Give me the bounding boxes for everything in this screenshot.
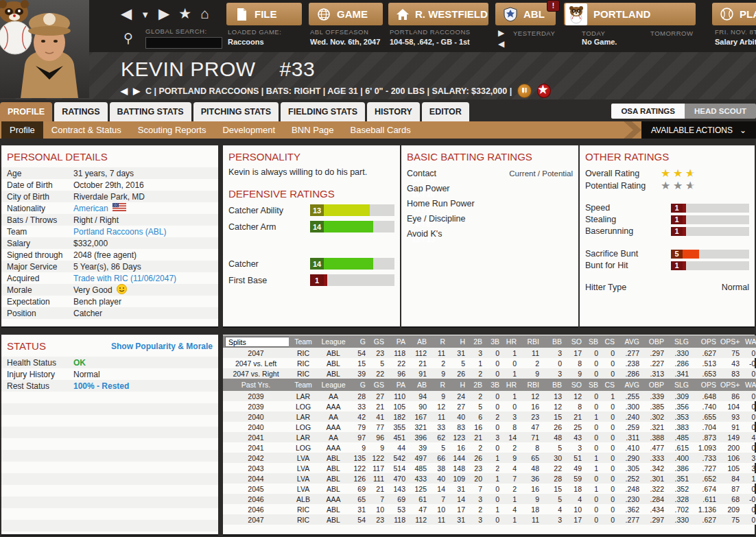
column-header[interactable]: OBP [641, 335, 666, 348]
column-header[interactable]: RBI [519, 335, 541, 348]
column-header[interactable]: 2B [467, 379, 484, 391]
subtab-baseball-cards[interactable]: Baseball Cards [342, 121, 419, 139]
column-header[interactable]: H [447, 335, 467, 348]
show-popularity-link[interactable]: Show Popularity & Morale [111, 342, 213, 351]
osa-ratings-toggle[interactable]: OSA RATINGS [611, 104, 685, 119]
column-header[interactable]: RBI [519, 379, 541, 391]
column-header[interactable]: CS [600, 335, 617, 348]
table-header-row: Past Yrs.TeamLeagueGGSPAABRH2B3BHRRBIBBS… [223, 379, 756, 391]
column-header[interactable]: G [349, 379, 368, 391]
column-header[interactable]: SLG [666, 335, 691, 348]
available-actions-button[interactable]: AVAILABLE ACTIONS⌄ [641, 121, 756, 139]
column-header[interactable]: BB [541, 335, 564, 348]
column-header[interactable]: OBP [641, 379, 666, 391]
column-header[interactable]: 3B [484, 379, 501, 391]
stat-cell: RIC [289, 348, 318, 358]
column-header[interactable]: HR [501, 379, 519, 391]
rating-value: 1 [671, 204, 683, 213]
detail-link[interactable]: American [73, 204, 108, 213]
splits-dropdown[interactable]: Splits [225, 337, 289, 347]
search-icon[interactable]: ⚲ [123, 30, 133, 46]
detail-link[interactable]: Trade with RIC (11/06/2047) [73, 274, 176, 283]
column-header[interactable]: R [429, 335, 447, 348]
column-header[interactable]: HR [501, 335, 519, 348]
head-scout-toggle[interactable]: HEAD SCOUT [685, 104, 756, 119]
stat-cell: ABL [318, 473, 349, 484]
column-header[interactable]: League [318, 335, 349, 348]
next-player-arrow-icon[interactable]: ▶ [133, 86, 140, 96]
column-header[interactable]: WAR [742, 335, 756, 348]
empty-row [1, 462, 218, 473]
column-header[interactable]: Team [289, 379, 318, 391]
empty-row [1, 392, 218, 403]
table-row: 2041LARAA9796451396621232131471484300.31… [223, 432, 756, 442]
league-menu-button[interactable]: ABL ! [495, 3, 556, 25]
column-header[interactable]: SO [564, 379, 584, 391]
empty-row [1, 508, 218, 520]
stat-cell: 112 [407, 514, 429, 525]
column-header[interactable]: 3B [484, 335, 501, 348]
file-menu-button[interactable]: FILE [226, 3, 302, 25]
stat-cell: 2040 [223, 411, 289, 422]
column-header[interactable]: SO [564, 335, 584, 348]
column-header[interactable]: SLG [666, 379, 691, 391]
column-header[interactable]: R [429, 379, 447, 391]
tab-fielding-stats[interactable]: FIELDING STATS [281, 102, 365, 121]
subtab-scouting-reports[interactable]: Scouting Reports [130, 121, 215, 139]
column-header[interactable]: AB [407, 335, 429, 348]
home-icon [397, 8, 409, 21]
manager-menu-button[interactable]: R. WESTFIELD [388, 3, 488, 25]
subtab-development[interactable]: Development [214, 121, 283, 139]
column-header[interactable]: G [349, 335, 368, 348]
column-header[interactable]: OPS [691, 335, 718, 348]
subtab-contract-status[interactable]: Contract & Status [43, 121, 130, 139]
subtab-profile[interactable]: Profile [1, 121, 43, 139]
tab-history[interactable]: HISTORY [367, 102, 420, 121]
column-header[interactable]: BB [541, 379, 564, 391]
nav-forward-icon[interactable]: ▶ [158, 5, 169, 22]
tab-ratings[interactable]: RATINGS [54, 102, 107, 121]
next-day-arrow-icon[interactable]: ▶ [498, 28, 504, 38]
column-header[interactable]: OPS [691, 379, 718, 391]
prev-day-arrow-icon[interactable]: ◀ [498, 39, 504, 49]
team-menu-button[interactable]: PORTLAND [564, 3, 696, 25]
stat-cell: 182 [386, 411, 407, 422]
game-menu-button[interactable]: GAME [309, 3, 383, 25]
column-header[interactable]: GS [368, 379, 386, 391]
home-icon[interactable]: ⌂ [200, 5, 209, 22]
favorite-star-icon[interactable]: ★ [178, 5, 191, 22]
detail-text: October 29th, 2016 [73, 180, 144, 190]
prev-player-arrow-icon[interactable]: ◀ [121, 86, 128, 96]
column-header[interactable]: WAR [742, 379, 756, 391]
league-alert-badge[interactable]: ! [547, 0, 560, 12]
column-header[interactable]: AVG [617, 335, 641, 348]
tab-profile[interactable]: PROFILE [0, 102, 52, 121]
column-header[interactable]: SB [584, 335, 600, 348]
column-header[interactable]: GS [368, 335, 386, 348]
tab-pitching-stats[interactable]: PITCHING STATS [193, 102, 279, 121]
stat-cell: 106 [718, 453, 742, 463]
column-header[interactable]: PA [386, 335, 407, 348]
column-header[interactable]: OPS+ [718, 379, 742, 391]
column-header[interactable]: H [447, 379, 467, 391]
column-header[interactable]: Team [289, 335, 318, 348]
global-search-input[interactable] [145, 37, 222, 49]
subtab-bnn-page[interactable]: BNN Page [283, 121, 342, 139]
nav-dropdown-icon[interactable]: ▼ [141, 10, 150, 20]
column-header[interactable]: SB [584, 379, 600, 391]
column-header[interactable]: AVG [617, 379, 641, 391]
column-header[interactable]: AB [407, 379, 429, 391]
column-header[interactable]: CS [600, 379, 617, 391]
tab-editor[interactable]: EDITOR [422, 102, 469, 121]
play-menu-button[interactable]: PLAY [712, 3, 756, 25]
column-header[interactable]: League [318, 379, 349, 391]
stat-cell: 9 [429, 391, 447, 401]
column-header[interactable]: 2B [467, 335, 484, 348]
column-header[interactable]: Past Yrs. [223, 379, 289, 391]
nav-back-icon[interactable]: ◀ [121, 5, 132, 22]
tab-batting-stats[interactable]: BATTING STATS [110, 102, 191, 121]
stat-cell: 3 [467, 494, 484, 504]
column-header[interactable]: PA [386, 379, 407, 391]
detail-link[interactable]: Portland Raccoons (ABL) [73, 227, 166, 237]
column-header[interactable]: OPS+ [718, 335, 742, 348]
